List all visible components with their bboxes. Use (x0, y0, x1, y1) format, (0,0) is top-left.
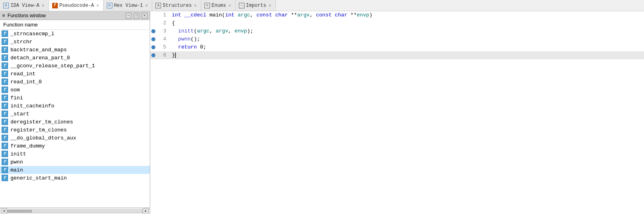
tab-structures[interactable]: AStructures✕ (152, 0, 201, 11)
func-name-main: main (10, 167, 23, 173)
line-code-5[interactable]: return 0; (169, 43, 206, 51)
func-icon-main: f (2, 167, 8, 173)
func-item-deregister_tm_clones[interactable]: fderegister_tm_clones (0, 118, 150, 126)
hscroll-track[interactable] (7, 210, 143, 213)
func-icon-_strncasecmp_l: f (2, 30, 8, 37)
func-item-fini[interactable]: ffini (0, 94, 150, 102)
func-item-init_cacheinfo[interactable]: finit_cacheinfo (0, 102, 150, 110)
hex-view-tab-label: Hex View-1 (114, 3, 143, 8)
func-icon-_strchr: f (2, 38, 8, 45)
hscroll-right-arrow[interactable]: ▸ (143, 208, 149, 214)
func-name-backtrace_and_maps: backtrace_and_maps (10, 47, 67, 53)
func-item-read_int_0[interactable]: fread_int_0 (0, 78, 150, 86)
pseudocode-tab-label: Pseudocode-A (59, 3, 94, 8)
line-number-2: 2 (157, 19, 169, 27)
tab-pseudocode[interactable]: fPseudocode-A✕ (49, 0, 104, 11)
ida-view-tab-icon: A (3, 3, 9, 8)
line-code-6[interactable]: } (169, 51, 176, 59)
main-area: ⊞ Functions window — ❐ ✕ Function name f… (0, 11, 644, 214)
func-item-backtrace_and_maps[interactable]: fbacktrace_and_maps (0, 46, 150, 54)
functions-list[interactable]: f_strncasecmp_lf_strchrfbacktrace_and_ma… (0, 30, 150, 208)
tab-enums[interactable]: ≡Enums✕ (201, 0, 236, 11)
func-name-fini: fini (10, 95, 23, 101)
kw-const: const (257, 12, 272, 18)
func-name-frame_dummy: frame_dummy (10, 143, 45, 149)
func-icon-read_int: f (2, 71, 8, 77)
imports-tab-close[interactable]: ✕ (268, 3, 272, 8)
line-code-1[interactable]: int __cdecl main(int argc, const char **… (169, 11, 372, 19)
line-dot-6 (150, 53, 157, 57)
pseudocode-tab-icon: f (52, 3, 58, 8)
func-icon-generic_start_main: f (2, 175, 8, 181)
functions-restore-btn[interactable]: ❐ (134, 13, 139, 18)
func-item-__do_global_dtors_aux[interactable]: f__do_global_dtors_aux (0, 134, 150, 142)
func-item-read_int[interactable]: fread_int (0, 70, 150, 78)
functions-titlebar: ⊞ Functions window — ❐ ✕ (0, 11, 150, 20)
func-item-detach_arena_part_0[interactable]: fdetach_arena_part_0 (0, 54, 150, 62)
functions-hscrollbar[interactable]: ◂ ▸ (0, 208, 150, 214)
func-name-_start: _start (10, 111, 29, 117)
code-line-1: 1int __cdecl main(int argc, const char *… (150, 11, 644, 19)
func-icon-__do_global_dtors_aux: f (2, 135, 8, 141)
hscroll-left-arrow[interactable]: ◂ (1, 208, 7, 214)
functions-window-title: Functions window (8, 13, 123, 18)
tab-hex-view[interactable]: AHex View-1✕ (104, 0, 153, 11)
ida-view-tab-close[interactable]: ✕ (41, 3, 45, 8)
func-name-init_cacheinfo: init_cacheinfo (10, 103, 54, 109)
func-item-__gconv_release_step_part_1[interactable]: f__gconv_release_step_part_1 (0, 62, 150, 70)
func-name-pwnn: pwnn (10, 159, 23, 165)
func-item-register_tm_clones[interactable]: fregister_tm_clones (0, 126, 150, 134)
func-icon-frame_dummy: f (2, 143, 8, 149)
hex-view-tab-icon: A (107, 3, 112, 8)
func-item-oom[interactable]: foom (0, 86, 150, 94)
func-name-read_int: read_int (10, 71, 35, 77)
func-item-frame_dummy[interactable]: fframe_dummy (0, 142, 150, 150)
line-code-3[interactable]: initt(argc, argv, envp); (169, 27, 253, 35)
functions-panel: ⊞ Functions window — ❐ ✕ Function name f… (0, 11, 150, 214)
breakpoint-dot-6 (151, 53, 155, 57)
line-number-5: 5 (157, 43, 169, 51)
func-item-main[interactable]: fmain (0, 166, 150, 174)
imports-tab-icon: → (239, 3, 245, 8)
line-number-6: 6 (157, 51, 169, 59)
breakpoint-dot-4 (151, 37, 155, 41)
func-icon-backtrace_and_maps: f (2, 46, 8, 53)
pseudocode-tab-close[interactable]: ✕ (96, 3, 100, 8)
hex-view-tab-close[interactable]: ✕ (145, 3, 149, 8)
type-char: char (275, 12, 288, 18)
func-icon-register_tm_clones: f (2, 127, 8, 133)
enums-tab-close[interactable]: ✕ (228, 3, 232, 8)
param-argv: argv (297, 12, 310, 18)
line-number-1: 1 (157, 11, 169, 19)
func-name-deregister_tm_clones: deregister_tm_clones (10, 119, 73, 125)
func-name-_strchr: _strchr (10, 39, 33, 45)
func-item-generic_start_main[interactable]: fgeneric_start_main (0, 174, 150, 182)
line-number-4: 4 (157, 35, 169, 43)
func-icon-read_int_0: f (2, 79, 8, 85)
kw-cdecl: __cdecl (184, 12, 206, 18)
tab-imports[interactable]: →Imports✕ (236, 0, 276, 11)
kw-int: int (172, 12, 181, 18)
func-item-_strchr[interactable]: f_strchr (0, 38, 150, 46)
func-name-read_int_0: read_int_0 (10, 79, 42, 85)
structures-tab-label: Structures (163, 3, 192, 8)
line-code-2[interactable]: { (169, 19, 175, 27)
func-name-register_tm_clones: register_tm_clones (10, 127, 67, 133)
func-item-_strncasecmp_l[interactable]: f_strncasecmp_l (0, 30, 150, 38)
line-code-4[interactable]: pwnn(); (169, 35, 200, 43)
close-brace: } (172, 52, 175, 58)
func-item-initt[interactable]: finitt (0, 150, 150, 158)
kw-const2: const (316, 12, 332, 18)
enums-tab-icon: ≡ (204, 3, 210, 8)
hscroll-thumb[interactable] (8, 210, 32, 212)
code-content[interactable]: 1int __cdecl main(int argc, const char *… (150, 11, 644, 214)
functions-close-btn[interactable]: ✕ (142, 13, 147, 18)
func-item-pwnn[interactable]: fpwnn (0, 158, 150, 166)
func-icon-_start: f (2, 111, 8, 117)
func-name-_strncasecmp_l: _strncasecmp_l (10, 31, 54, 37)
tab-ida-view[interactable]: AIDA View-A✕ (0, 0, 49, 11)
func-item-_start[interactable]: f_start (0, 110, 150, 118)
structures-tab-close[interactable]: ✕ (193, 3, 198, 8)
functions-minimize-btn[interactable]: — (126, 13, 131, 18)
breakpoint-dot-3 (151, 29, 155, 33)
